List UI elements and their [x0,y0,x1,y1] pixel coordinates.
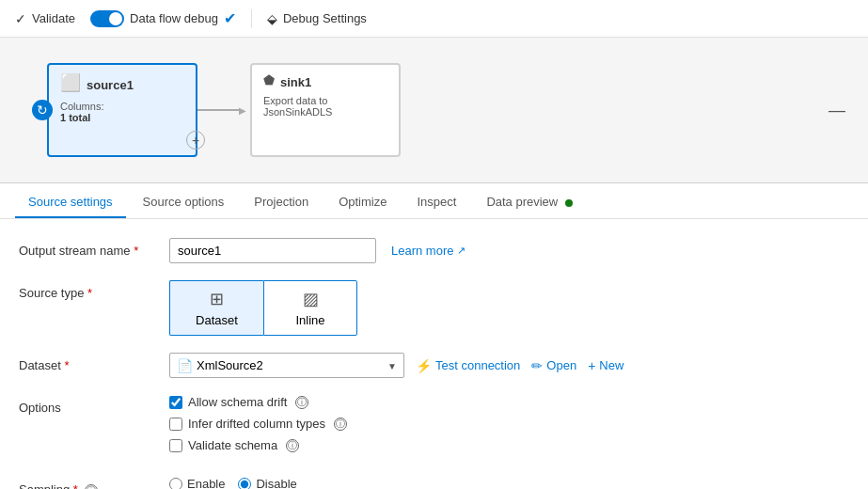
source-columns-label: Columns: [60,101,103,112]
new-button[interactable]: + New [588,358,623,373]
open-button[interactable]: ✏ Open [531,358,576,373]
sampling-row: Sampling * ⓘ Enable Disable [19,477,849,489]
infer-drifted-checkbox[interactable] [169,418,182,431]
inline-icon: ▨ [303,289,319,309]
tab-optimize[interactable]: Optimize [325,187,400,218]
infer-drifted-label: Infer drifted column types [188,417,325,431]
new-icon: + [588,358,595,373]
source-type-group: ⊞ Dataset ▨ Inline [169,280,849,336]
external-link-icon: ↗ [457,244,466,257]
tab-data-preview[interactable]: Data preview [473,187,586,218]
source-type-required: * [87,286,92,300]
output-stream-label: Output stream name * [19,238,169,258]
dataset-required: * [64,358,69,372]
options-control: Allow schema drift ⓘ Infer drifted colum… [169,395,849,460]
options-label: Options [19,395,169,415]
dataset-control: 📄 XmlSource2 ▼ ⚡ Test connection ✏ Open … [169,353,849,378]
output-stream-row: Output stream name * Learn more ↗ [19,238,849,263]
dataset-select[interactable]: XmlSource2 [169,353,404,378]
source-columns-count: 1 total [60,112,90,123]
infer-drifted-info-icon: ⓘ [334,418,347,431]
dataset-type-button[interactable]: ⊞ Dataset [169,280,263,336]
tab-projection[interactable]: Projection [241,187,322,218]
dataset-select-wrapper: 📄 XmlSource2 ▼ [169,353,404,378]
debug-switch[interactable] [90,10,124,27]
sampling-radio-group: Enable Disable [169,477,849,489]
sampling-required: * [73,482,78,489]
dataset-label: Dataset * [19,353,169,372]
sampling-enable-option[interactable]: Enable [169,477,225,489]
allow-schema-drift-row: Allow schema drift ⓘ [169,395,849,409]
toolbar: ✓ Validate Data flow debug ✔ ⬙ Debug Set… [0,0,868,38]
inline-type-button[interactable]: ▨ Inline [263,280,357,336]
sampling-disable-radio[interactable] [238,478,251,490]
source-badge: ↻ [32,100,53,120]
validate-schema-info-icon: ⓘ [286,439,299,452]
toolbar-divider [251,9,252,28]
sampling-enable-radio[interactable] [169,478,182,490]
learn-more-link[interactable]: Learn more ↗ [391,244,466,258]
output-stream-input[interactable] [169,238,376,263]
test-connection-icon: ⚡ [416,358,432,373]
settings-icon: ⬙ [267,11,277,26]
debug-settings-button[interactable]: ⬙ Debug Settings [267,11,367,26]
checkmark-icon: ✓ [15,11,26,26]
sampling-disable-label: Disable [256,477,296,489]
allow-schema-drift-label: Allow schema drift [188,395,287,409]
validate-schema-row: Validate schema ⓘ [169,438,849,452]
infer-drifted-row: Infer drifted column types ⓘ [169,417,849,431]
sampling-control: Enable Disable [169,477,849,489]
options-row: Options Allow schema drift ⓘ Infer drift… [19,395,849,460]
output-stream-control: Learn more ↗ [169,238,849,263]
content-area: Output stream name * Learn more ↗ Source… [0,219,868,489]
source-type-label: Source type * [19,280,169,300]
debug-toggle[interactable]: Data flow debug ✔ [90,9,236,27]
tab-inspect[interactable]: Inspect [403,187,469,218]
sink-node-title: sink1 [280,75,311,89]
dataset-row: Dataset * 📄 XmlSource2 ▼ ⚡ Test connecti… [19,353,849,378]
tab-source-options[interactable]: Source options [130,187,238,218]
validate-schema-checkbox[interactable] [169,439,182,452]
allow-schema-info-icon: ⓘ [295,396,308,409]
tab-bar: Source settings Source options Projectio… [0,183,868,219]
data-preview-dot [565,199,573,207]
arrow-connector: ▶ [197,105,250,116]
source-node[interactable]: ↻ ⬜ source1 Columns: 1 total + [47,63,197,157]
allow-schema-drift-checkbox[interactable] [169,396,182,409]
sink-node-sub: Export data to JsonSinkADLS [263,95,386,118]
source-node-title: source1 [87,78,134,92]
sink-node[interactable]: ⬟ sink1 Export data to JsonSinkADLS [250,63,401,157]
canvas-area: ↻ ⬜ source1 Columns: 1 total + ▶ ⬟ sink1… [0,38,868,183]
add-node-button[interactable]: + [186,131,205,150]
sampling-enable-label: Enable [187,477,225,489]
source-node-icon: ⬜ [60,72,81,93]
sampling-disable-option[interactable]: Disable [238,477,296,489]
debug-status-icon: ✔ [224,9,236,27]
open-icon: ✏ [531,358,543,373]
dataset-select-row: 📄 XmlSource2 ▼ ⚡ Test connection ✏ Open … [169,353,849,378]
source-type-control: ⊞ Dataset ▨ Inline [169,280,849,336]
dataset-icon: ⊞ [210,289,224,309]
sampling-info-icon: ⓘ [85,484,98,489]
output-stream-required: * [134,244,138,258]
test-connection-button[interactable]: ⚡ Test connection [416,358,520,373]
tab-source-settings[interactable]: Source settings [15,187,126,218]
validate-schema-label: Validate schema [188,438,277,452]
sink-node-icon: ⬟ [263,72,275,87]
sampling-label: Sampling * ⓘ [19,477,169,489]
validate-button[interactable]: ✓ Validate [15,11,75,26]
minimize-button[interactable]: — [829,101,845,120]
source-type-row: Source type * ⊞ Dataset ▨ Inline [19,280,849,336]
